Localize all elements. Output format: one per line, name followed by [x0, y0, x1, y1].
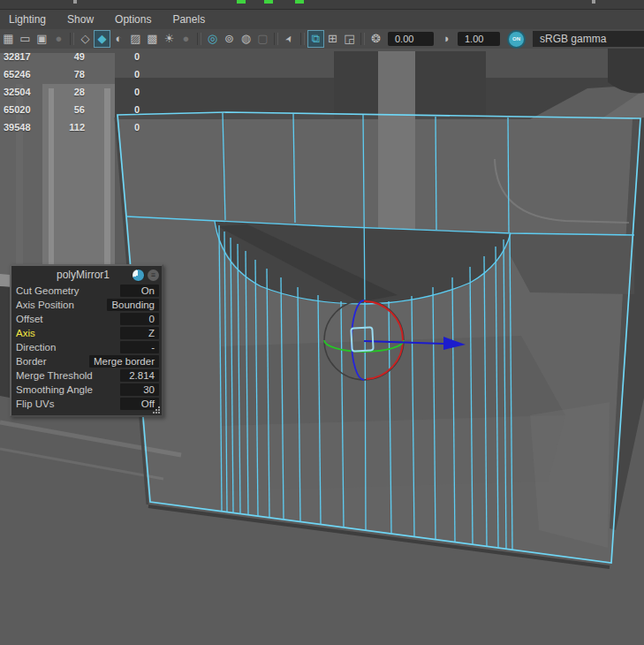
- axis-position-field[interactable]: Bounding: [107, 299, 159, 311]
- toolbar-separator: [70, 33, 74, 45]
- timeline-key-tick: [237, 0, 246, 4]
- hud-value: 0: [134, 122, 140, 133]
- ambient-occlusion-icon[interactable]: ◎: [204, 30, 221, 48]
- shaded-display-icon[interactable]: ◆: [94, 30, 110, 48]
- hud-value: 56: [35, 104, 85, 115]
- wireframe-display-icon[interactable]: ◇: [77, 30, 94, 48]
- timeline-key-tick: [264, 0, 273, 4]
- zoom-region-icon[interactable]: ◲: [341, 30, 358, 48]
- toolbar-separator: [360, 33, 365, 45]
- hud-value: 0: [134, 87, 140, 97]
- panel-menubar: Lighting Show Options Panels: [0, 10, 644, 29]
- panel-resize-grip[interactable]: [158, 412, 160, 414]
- frame-selection-icon[interactable]: ⊞: [324, 30, 341, 48]
- exposure-field[interactable]: 0.00: [388, 32, 434, 46]
- color-management-toggle[interactable]: ON: [507, 30, 526, 49]
- hud-value: 49: [35, 51, 85, 62]
- motion-blur-icon[interactable]: ⊚: [221, 30, 238, 48]
- cut-geometry-field[interactable]: On: [120, 285, 159, 297]
- hud-value: 0: [134, 69, 140, 80]
- gate-mask-icon[interactable]: ●: [50, 30, 67, 48]
- row-label: Flip UVs: [16, 398, 120, 409]
- row-label: Smoothing Angle: [16, 384, 120, 395]
- row-label-highlighted: Axis: [16, 328, 120, 338]
- film-gate-icon[interactable]: ▭: [17, 30, 34, 48]
- row-smoothing-angle: Smoothing Angle 30: [11, 383, 162, 397]
- toolbar-separator: [274, 33, 278, 45]
- hud-value: 65020: [4, 104, 31, 115]
- contrast-icon[interactable]: ◑: [437, 30, 454, 48]
- lights-icon[interactable]: ☀: [161, 30, 178, 48]
- axis-field[interactable]: Z: [120, 327, 159, 339]
- menu-show[interactable]: Show: [57, 13, 104, 26]
- row-label: Axis Position: [16, 300, 107, 310]
- polymirror-inview-editor[interactable]: polyMirror1 ≡ Cut Geometry On Axis Posit…: [10, 264, 163, 417]
- hud-verts-row: 32817 49 0: [0, 51, 177, 64]
- wireframe-on-shaded-icon[interactable]: ◐: [110, 30, 127, 48]
- hud-value: 0: [134, 104, 140, 115]
- hud-value: 0: [134, 51, 140, 62]
- row-cut-geometry: Cut Geometry On: [11, 284, 162, 298]
- hud-value: 78: [35, 69, 85, 80]
- hud-value: 32504: [4, 87, 31, 97]
- hud-value: 65246: [4, 69, 31, 80]
- exposure-icon[interactable]: ❂: [367, 30, 384, 48]
- row-label: Merge Threshold: [16, 370, 120, 381]
- row-axis-position: Axis Position Bounding: [11, 298, 162, 312]
- anti-aliasing-icon[interactable]: ◍: [238, 30, 254, 48]
- maya-viewport-window: { "menubar": { "items": [ { "label": "Li…: [0, 0, 644, 645]
- isolate-select-icon[interactable]: ⧉: [307, 30, 324, 48]
- hud-value: 28: [35, 87, 85, 97]
- timeline-tick: [73, 0, 77, 4]
- menu-panels[interactable]: Panels: [162, 13, 216, 26]
- hud-value: 32817: [4, 51, 31, 62]
- row-label: Border: [16, 356, 89, 367]
- row-label: Cut Geometry: [16, 285, 120, 296]
- row-offset: Offset 0: [11, 312, 162, 326]
- resolution-gate-icon[interactable]: ▣: [34, 30, 50, 48]
- view-transform-dropdown[interactable]: sRGB gamma ▼: [533, 31, 644, 47]
- merge-threshold-field[interactable]: 2.814: [120, 369, 159, 382]
- node-sphere-icon[interactable]: [132, 269, 145, 282]
- timeline-key-tick: [295, 0, 304, 4]
- offset-field[interactable]: 0: [120, 313, 159, 325]
- smoothing-angle-field[interactable]: 30: [120, 383, 159, 396]
- depth-of-field-icon[interactable]: ▢: [254, 30, 271, 48]
- border-field[interactable]: Merge border: [89, 355, 159, 368]
- menu-options[interactable]: Options: [104, 13, 162, 26]
- hud-uvs-row: 39548 112 0: [0, 122, 177, 134]
- contrast-field[interactable]: 1.00: [458, 32, 500, 46]
- viewport-toolbar: ▦ ▭ ▣ ● ◇ ◆ ◐ ▨ ▩ ☀ ● ◎ ⊚ ◍ ▢ ➤ ⧉ ⊞ ◲ ❂ …: [0, 29, 644, 49]
- select-cursor-icon[interactable]: ➤: [277, 27, 301, 50]
- top-edge-strip: [0, 0, 644, 10]
- hud-value: 112: [35, 122, 85, 133]
- row-axis: Axis Z: [11, 326, 162, 340]
- hud-value: 39548: [4, 122, 31, 133]
- direction-field[interactable]: -: [120, 341, 159, 353]
- shadows-icon[interactable]: ●: [178, 30, 194, 48]
- flip-uvs-field[interactable]: Off: [120, 398, 159, 410]
- row-label: Direction: [16, 342, 120, 353]
- row-merge-threshold: Merge Threshold 2.814: [11, 368, 162, 383]
- row-label: Offset: [16, 314, 120, 324]
- hud-tris-row: 65020 56 0: [0, 104, 177, 117]
- menu-lighting[interactable]: Lighting: [0, 13, 57, 26]
- timeline-tick: [592, 0, 595, 4]
- hud-edges-row: 65246 78 0: [0, 69, 177, 81]
- row-flip-uvs: Flip UVs Off: [11, 397, 162, 411]
- row-direction: Direction -: [11, 340, 162, 354]
- grid-icon[interactable]: ▦: [0, 30, 17, 48]
- panel-title: polyMirror1: [11, 269, 132, 281]
- panel-menu-icon[interactable]: ≡: [148, 269, 159, 281]
- use-default-material-icon[interactable]: ▩: [144, 30, 161, 48]
- textured-display-icon[interactable]: ▨: [127, 30, 144, 48]
- toolbar-separator: [300, 33, 305, 45]
- view-transform-label: sRGB gamma: [540, 31, 644, 47]
- panel-titlebar[interactable]: polyMirror1 ≡: [11, 266, 162, 284]
- toolbar-separator: [197, 33, 201, 45]
- row-border: Border Merge border: [11, 354, 162, 368]
- hud-faces-row: 32504 28 0: [0, 87, 177, 99]
